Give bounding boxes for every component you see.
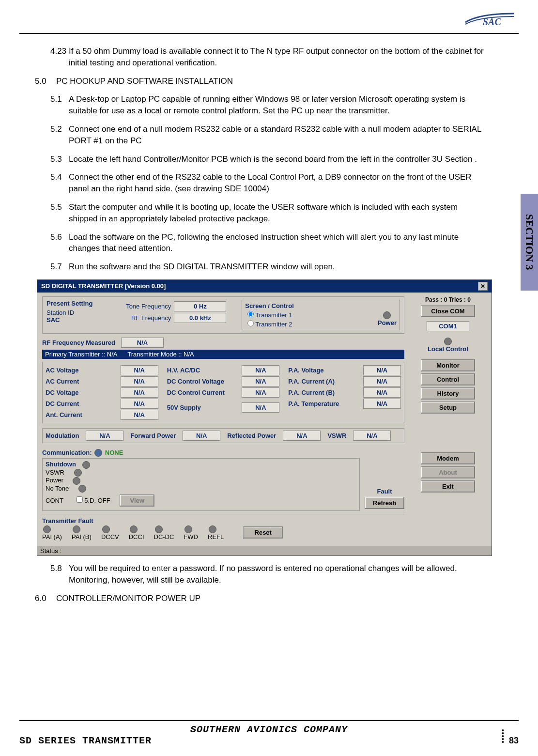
rf-measured-value: N/A [121,338,164,348]
footer-series: SD SERIES TRANSMITTER [19,735,152,746]
pa-voltage-value: N/A [363,365,401,375]
ac-current-label: AC Current [46,378,79,385]
para-text: If a 50 ohm Dummy load is available conn… [69,46,485,69]
modulation-label: Modulation [46,432,79,439]
dc-ctrl-v-label: DC Control Voltage [167,378,224,385]
para-num: 5.4 [50,171,69,195]
reset-button[interactable]: Reset [243,526,283,539]
tx2-radio[interactable]: Transmitter 2 [245,319,292,328]
tf-label: PAI (B) [72,533,92,540]
modulation-value: N/A [86,431,123,441]
comm-label: Communication: [42,449,92,456]
refresh-button[interactable]: Refresh [365,497,404,509]
ac-current-value: N/A [121,376,158,386]
dc-ctrl-c-label: DC Control Current [167,389,225,396]
dc-current-label: DC Current [46,400,79,407]
para-num: 6.0 [35,593,56,604]
para-num: 5.7 [50,261,69,273]
para-text: Locate the left hand Controller/Monitor … [69,154,485,165]
para-text: A Desk-top or Laptop PC capable of runni… [69,93,485,117]
present-setting-legend: Present Setting [46,300,92,307]
tx-mode-text: Transmitter Mode :: N/A [127,351,194,358]
rf-freq-value: 0.0 kHz [174,313,226,323]
screen-control-label: Screen / Control [245,302,397,309]
dc-voltage-label: DC Voltage [46,389,78,396]
present-setting-panel: Present Setting Station ID SAC Tone Freq… [42,296,404,334]
local-led [444,338,452,345]
right-sidebar: Pass : 0 Tries : 0 Close COM COM1 Local … [409,296,487,540]
pass-tries: Pass : 0 Tries : 0 [409,296,487,303]
tx1-radio[interactable]: Transmitter 1 [245,309,292,319]
para-text: You will be required to enter a password… [69,563,485,586]
tf-label: FWD [184,533,198,540]
pa-current-b-label: P.A. Current (B) [288,389,335,396]
close-com-button[interactable]: Close COM [421,305,475,317]
supply-50v-label: 50V Supply [167,404,201,411]
tone-freq-value: 0 Hz [174,301,226,311]
footer-dots: ••••• [502,729,504,743]
dc-voltage-value: N/A [121,387,158,398]
refl-power-value: N/A [283,431,321,441]
tf-label: PAI (A) [42,533,62,540]
status-bar: Status : [37,546,492,555]
com-select[interactable]: COM1 [427,321,469,331]
history-button[interactable]: History [421,387,475,400]
station-id-label: Station ID [46,309,92,316]
dc-current-value: N/A [121,399,158,409]
para-num: 5.8 [50,563,69,586]
page-footer: SOUTHERN AVIONICS COMPANY SD SERIES TRAN… [0,720,538,746]
close-icon[interactable]: ✕ [478,282,488,291]
ac-voltage-value: N/A [121,365,158,375]
para-num: 5.5 [50,201,69,225]
rf-freq-label: RF Frequency [118,314,174,322]
local-control-label: Local Control [409,345,487,353]
view-button[interactable]: View [120,494,154,507]
tf-label: DCCI [129,533,144,540]
para-text: Connect one end of a null modem RS232 ca… [69,123,485,147]
exit-button[interactable]: Exit [421,480,475,493]
dc-ctrl-v-value: N/A [242,376,279,386]
fault-label: Fault [365,488,404,495]
setup-button[interactable]: Setup [421,401,475,414]
tf-led [130,525,138,533]
ac-voltage-label: AC Voltage [46,367,78,374]
software-window: SD DIGITAL TRANSMITTER [Version 0.00] ✕ … [37,279,492,556]
control-button[interactable]: Control [421,373,475,386]
tx1-label: Transmitter 1 [255,311,292,319]
shutdown-label: Shutdown [46,461,76,468]
para-num: 5.6 [50,231,69,255]
window-titlebar[interactable]: SD DIGITAL TRANSMITTER [Version 0.00] ✕ [37,280,492,293]
supply-50v-value: N/A [242,402,279,413]
hv-value: N/A [242,365,279,375]
tf-led [43,525,51,533]
sd-power-led [74,469,82,477]
modem-button[interactable]: Modem [421,452,475,464]
sd-vswr-label: VSWR [46,469,64,476]
tf-led [102,525,110,533]
sac-logo: SAC [461,10,519,29]
power-row: ModulationN/A Forward PowerN/A Reflected… [42,428,404,443]
section-tab-text: SECTION 3 [523,214,536,270]
sd-vswr-led [82,461,90,469]
body-text-bottom: 5.8You will be required to enter a passw… [35,563,485,604]
fwd-power-value: N/A [183,431,220,441]
about-button[interactable]: About [421,466,475,478]
readings-panel: AC VoltageN/A AC CurrentN/A DC VoltageN/… [42,362,404,423]
monitor-button[interactable]: Monitor [421,359,475,371]
tone-freq-label: Tone Frequency [118,303,174,310]
para-text: PC HOOKUP AND SOFTWARE INSTALLATION [56,76,485,87]
footer-page: 83 [509,736,519,746]
tf-label: DC-DC [154,533,174,540]
tx2-radio-input[interactable] [247,320,254,326]
pa-current-a-label: P.A. Current (A) [288,378,335,385]
sd-cont-label: CONT [46,497,63,504]
body-text-top: 4.23If a 50 ohm Dummy load is available … [35,46,485,273]
sd-off-checkbox[interactable] [77,496,83,503]
comm-row: Communication: NONE [42,449,404,457]
tx1-radio-input[interactable] [247,311,254,317]
tx-fault-label: Transmitter Fault [42,517,404,525]
sd-notone-led [73,477,80,485]
tx-fault-panel: Transmitter Fault PAI (A) PAI (B) DCCV D… [42,514,404,540]
comm-led [94,449,102,457]
power-led [383,311,391,319]
